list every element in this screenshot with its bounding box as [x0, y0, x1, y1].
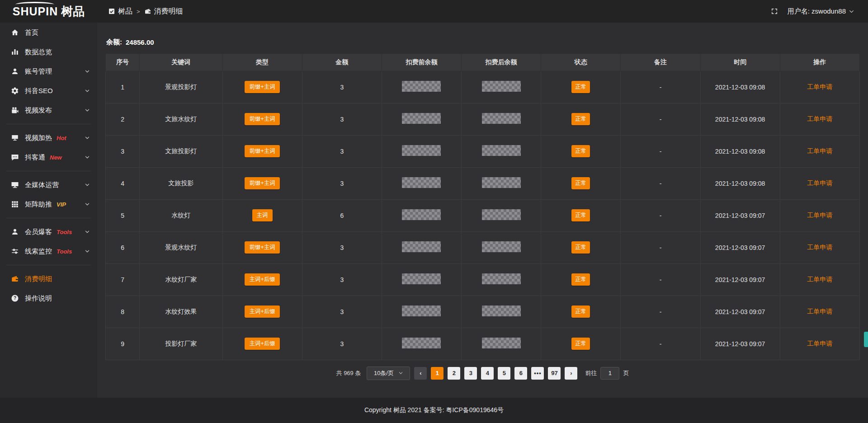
cell-keyword: 水纹灯厂家: [140, 263, 222, 296]
page-button-1[interactable]: 1: [431, 367, 443, 380]
sidebar-item-matrix-boost[interactable]: 矩阵助推 VIP: [0, 195, 97, 213]
cell-remark: -: [621, 167, 700, 199]
table-row: 9 投影灯厂家 主词+后缀 3 正常 - 2021-12-03 09:07 工单…: [106, 328, 860, 360]
chevron-down-icon: [85, 69, 90, 74]
more-pages-button[interactable]: •••: [531, 367, 544, 380]
page-button-5[interactable]: 5: [498, 367, 510, 380]
cell-balance-before: [382, 263, 461, 296]
cell-index: 9: [106, 328, 140, 360]
floating-widget-handle[interactable]: [864, 332, 868, 347]
sidebar-item-consumption-details[interactable]: 消费明细: [0, 270, 97, 288]
cell-action: 工单申请: [780, 103, 859, 135]
sidebar-item-tag: New: [50, 154, 62, 161]
work-order-link[interactable]: 工单申请: [807, 83, 832, 90]
work-order-link[interactable]: 工单申请: [807, 340, 832, 347]
column-header: 状态: [541, 54, 621, 71]
table-header-row: 序号关键词类型金额扣费前余额扣费后余额状态备注时间操作: [106, 54, 860, 71]
page-button-2[interactable]: 2: [448, 367, 460, 380]
redacted-balance-after: [482, 273, 521, 284]
chevron-down-icon: [85, 88, 90, 94]
work-order-link[interactable]: 工单申请: [807, 276, 832, 283]
monitor-icon: [11, 181, 19, 189]
redacted-balance-after: [482, 145, 521, 156]
cell-type: 前缀+主词: [222, 231, 302, 263]
cell-action: 工单申请: [780, 263, 859, 296]
cell-keyword: 文旅水纹灯: [140, 103, 222, 135]
sidebar-divider: [6, 218, 91, 218]
sidebar-item-label: 矩阵助推: [25, 200, 52, 209]
work-order-link[interactable]: 工单申请: [807, 147, 832, 155]
work-order-link[interactable]: 工单申请: [807, 244, 832, 251]
page-button-3[interactable]: 3: [464, 367, 477, 380]
next-page-button[interactable]: ›: [565, 367, 577, 380]
sidebar-item-tag: Hot: [57, 135, 66, 141]
balance-label: 余额:: [106, 38, 122, 47]
pagination: 共 969 条 10条/页 ‹ 123456•••97 › 前往 页: [105, 367, 860, 380]
redacted-balance-before: [402, 177, 441, 188]
page-button-97[interactable]: 97: [548, 367, 561, 380]
sidebar-item-video-heating[interactable]: 视频加热 Hot: [0, 129, 97, 147]
work-order-link[interactable]: 工单申请: [807, 179, 832, 187]
page-size-select[interactable]: 10条/页: [367, 367, 410, 380]
app-logo[interactable]: SHUPIN 树品: [0, 5, 97, 17]
sidebar-item-video-publish[interactable]: 视频发布: [0, 101, 97, 119]
cell-amount: 3: [302, 231, 382, 263]
sidebar-item-member-baoke[interactable]: 会员爆客 Tools: [0, 223, 97, 241]
type-badge: 主词+后缀: [245, 273, 279, 286]
cell-index: 8: [106, 296, 140, 328]
wallet-icon: [11, 275, 19, 283]
app-square-icon: [108, 8, 115, 15]
chevron-down-icon: [85, 108, 90, 113]
sidebar-divider: [6, 124, 91, 124]
sidebar-item-data-overview[interactable]: 数据总览: [0, 43, 97, 61]
status-badge: 正常: [571, 338, 590, 350]
logo-text-en: SHUPIN: [13, 6, 58, 17]
sidebar-item-all-media-operation[interactable]: 全媒体运营: [0, 176, 97, 194]
work-order-link[interactable]: 工单申请: [807, 115, 832, 122]
page-button-6[interactable]: 6: [514, 367, 527, 380]
work-order-link[interactable]: 工单申请: [807, 308, 832, 315]
type-badge: 前缀+主词: [245, 81, 279, 93]
breadcrumb-item-current[interactable]: 消费明细: [144, 7, 183, 16]
video-camera-icon: [11, 106, 19, 114]
redacted-balance-before: [402, 273, 441, 284]
goto-page: 前往 页: [585, 367, 629, 380]
status-badge: 正常: [571, 241, 590, 254]
page-button-4[interactable]: 4: [481, 367, 494, 380]
cell-time: 2021-12-03 09:07: [700, 263, 780, 296]
status-badge: 正常: [571, 81, 590, 93]
cell-type: 前缀+主词: [222, 103, 302, 135]
cell-amount: 3: [302, 296, 382, 328]
sidebar-item-lead-monitoring[interactable]: 线索监控 Tools: [0, 242, 97, 260]
cell-amount: 6: [302, 199, 382, 231]
sidebar-item-home[interactable]: 首页: [0, 24, 97, 42]
wallet-icon: [144, 8, 151, 15]
sidebar-item-label: 抖音SEO: [25, 87, 53, 95]
cell-balance-after: [462, 103, 541, 135]
redacted-balance-after: [482, 241, 521, 252]
sidebar-item-account-management[interactable]: 账号管理: [0, 62, 97, 80]
sidebar-item-douyin-seo[interactable]: 抖音SEO: [0, 82, 97, 100]
prev-page-button[interactable]: ‹: [414, 367, 427, 380]
question-icon: ?: [11, 294, 19, 302]
sidebar-item-douketong[interactable]: 抖客通 New: [0, 148, 97, 166]
work-order-link[interactable]: 工单申请: [807, 212, 832, 219]
cell-time: 2021-12-03 09:08: [700, 167, 780, 199]
cell-balance-before: [382, 135, 461, 167]
cell-time: 2021-12-03 09:07: [700, 296, 780, 328]
cell-time: 2021-12-03 09:08: [700, 71, 780, 103]
table-row: 1 景观投影灯 前缀+主词 3 正常 - 2021-12-03 09:08 工单…: [106, 71, 860, 103]
cell-remark: -: [621, 135, 700, 167]
breadcrumb-item-home[interactable]: 树品: [108, 7, 132, 16]
breadcrumb-label: 树品: [118, 7, 132, 16]
goto-page-input[interactable]: [600, 367, 619, 380]
cell-type: 主词+后缀: [222, 328, 302, 360]
sidebar-item-operation-guide[interactable]: ? 操作说明: [0, 289, 97, 307]
fullscreen-icon[interactable]: [770, 7, 778, 15]
cell-action: 工单申请: [780, 328, 859, 360]
table-row: 3 文旅投影灯 前缀+主词 3 正常 - 2021-12-03 09:08 工单…: [106, 135, 860, 167]
cell-status: 正常: [541, 231, 621, 263]
cell-keyword: 文旅投影: [140, 167, 222, 199]
user-menu[interactable]: 用户名: zswodun88: [788, 7, 854, 16]
status-badge: 正常: [571, 209, 590, 221]
